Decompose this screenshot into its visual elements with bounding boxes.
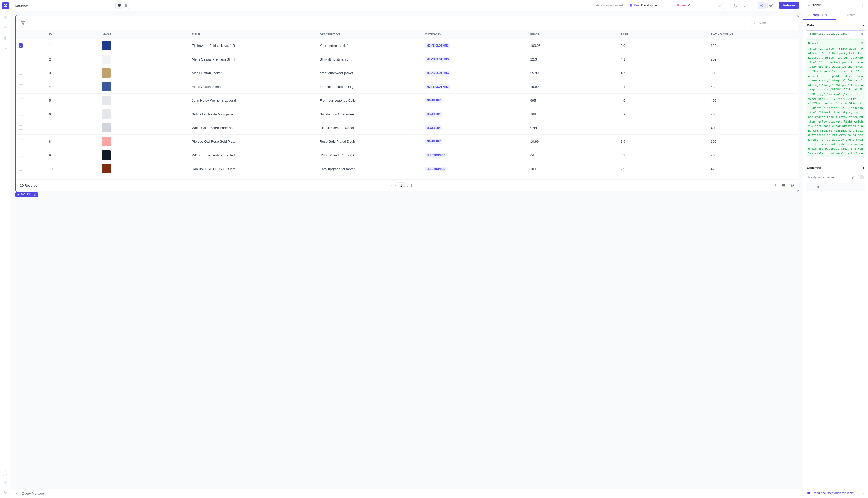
table-row[interactable]: 7White Gold Plated PrincessClassic Creat…: [16, 121, 798, 135]
page-next[interactable]: ›: [415, 184, 416, 187]
fx-icon[interactable]: fx: [852, 175, 855, 180]
table-row[interactable]: 9WD 2TB Elements Portable EUSB 3.0 and U…: [16, 148, 798, 162]
column-header[interactable]: PRICE: [527, 30, 618, 39]
pagination: « ‹ of 1 › »: [391, 182, 420, 188]
resize-handle[interactable]: [15, 15, 16, 16]
cursor-icon[interactable]: [3, 25, 8, 30]
table-row[interactable]: 6Solid Gold Petite MicropaveSatisfaction…: [16, 107, 798, 121]
column-header[interactable]: RATING COUNT: [708, 30, 798, 39]
cell-title: Mens Casual Slim Fit: [189, 80, 317, 94]
settings-icon[interactable]: [3, 46, 8, 51]
copy-icon[interactable]: ⧉: [861, 42, 863, 45]
column-header[interactable]: ID: [46, 30, 98, 39]
drag-handle-icon[interactable]: ⋮⋮: [808, 185, 815, 189]
visibility-button[interactable]: [790, 183, 794, 188]
pages-icon[interactable]: [3, 15, 8, 19]
cell-rate: 4.6: [618, 94, 708, 107]
back-button[interactable]: ←: [807, 3, 810, 7]
bug-icon[interactable]: [3, 36, 8, 40]
row-checkbox[interactable]: [19, 139, 23, 143]
dynamic-column-toggle[interactable]: [857, 175, 864, 180]
cell-price: 9.99: [527, 121, 618, 135]
chat-icon[interactable]: [3, 471, 8, 476]
fx-icon[interactable]: ⧉: [861, 32, 863, 36]
book-icon: [807, 491, 810, 495]
cell-count: 203: [708, 148, 798, 162]
table-row[interactable]: 4Mens Casual Slim FitThe color could be …: [16, 80, 798, 94]
column-header[interactable]: CATEGORY: [422, 30, 527, 39]
comment-icon[interactable]: [3, 481, 8, 485]
product-thumb: [101, 82, 111, 91]
resize-handle[interactable]: [797, 15, 799, 16]
undo-button[interactable]: [733, 3, 738, 8]
sync-button[interactable]: [717, 2, 724, 9]
category-badge: MEN'S CLOTHING: [425, 43, 450, 48]
share-button[interactable]: [758, 2, 766, 9]
row-checkbox[interactable]: [19, 70, 23, 75]
cell-count: 470: [708, 162, 798, 176]
column-item[interactable]: ⋮⋮ id: [806, 183, 865, 191]
table-row[interactable]: ✓1Fjallraven - Foldsack No. 1 BYour perf…: [16, 39, 798, 52]
add-row-button[interactable]: [773, 183, 777, 188]
tab-properties[interactable]: Properties: [803, 10, 836, 20]
redo-button[interactable]: [743, 3, 748, 8]
search-input[interactable]: [758, 21, 792, 25]
row-checkbox[interactable]: [19, 167, 23, 171]
row-checkbox[interactable]: ✓: [19, 43, 23, 48]
product-thumb: [101, 55, 111, 64]
row-checkbox[interactable]: [19, 57, 23, 61]
row-checkbox[interactable]: [19, 98, 23, 102]
section-data-header[interactable]: Data ▴: [803, 20, 868, 30]
resize-handle[interactable]: [15, 190, 16, 192]
version-dropdown[interactable]: ver v1 ⌄: [675, 3, 713, 8]
cell-title: Pierced Owl Rose Gold Plate: [189, 135, 317, 148]
app-logo[interactable]: [2, 2, 9, 9]
table-row[interactable]: 8Pierced Owl Rose Gold PlateRose Gold Pl…: [16, 135, 798, 148]
doc-link[interactable]: Read documentation for Table →: [803, 488, 868, 498]
page-prev[interactable]: ‹: [395, 184, 396, 187]
row-checkbox[interactable]: [19, 84, 23, 89]
moon-icon[interactable]: [3, 490, 8, 494]
table-row[interactable]: 5John Hardy Women's LegendFrom our Legen…: [16, 94, 798, 107]
row-checkbox[interactable]: [19, 153, 23, 157]
page-input[interactable]: [398, 182, 405, 188]
tab-styles[interactable]: Styles: [836, 10, 868, 20]
table-row[interactable]: 3Mens Cotton Jacketgreat outerwear jacke…: [16, 66, 798, 80]
expand-icon[interactable]: [15, 492, 18, 495]
row-checkbox[interactable]: [19, 112, 23, 116]
svg-point-11: [762, 6, 763, 7]
table-row[interactable]: 10SanDisk SSD PLUS 1TB InteEasy upgrade …: [16, 162, 798, 176]
query-manager-tab[interactable]: Query Manager: [22, 492, 45, 495]
table-widget[interactable]: TABLE1 | IDIMAGETITLEDESCRIPTIONCATEGORY…: [15, 15, 798, 191]
trash-icon[interactable]: [34, 193, 37, 196]
cell-price: 55.99: [527, 66, 618, 80]
product-thumb: [101, 150, 111, 160]
svg-point-9: [762, 4, 763, 5]
cell-desc: The color could be slig: [317, 80, 422, 94]
column-header[interactable]: RATE: [618, 30, 708, 39]
env-dropdown[interactable]: Env Development ⌄: [627, 2, 670, 9]
filter-button[interactable]: [19, 19, 27, 27]
cell-price: 168: [527, 107, 618, 121]
svg-point-14: [754, 22, 756, 24]
widget-tag[interactable]: TABLE1 |: [15, 192, 38, 197]
canvas[interactable]: TABLE1 | IDIMAGETITLEDESCRIPTIONCATEGORY…: [11, 11, 803, 489]
column-header[interactable]: DESCRIPTION: [317, 30, 422, 39]
main-area: baserow Changes saved Env Development ⌄ …: [11, 0, 803, 498]
column-header[interactable]: TITLE: [189, 30, 317, 39]
preview-button[interactable]: [767, 2, 775, 9]
page-last[interactable]: »: [418, 184, 419, 187]
more-button[interactable]: ⋮: [861, 3, 864, 7]
desktop-preview-button[interactable]: [116, 2, 122, 9]
table-row[interactable]: 2Mens Casual Premium Slim ISlim-fitting …: [16, 52, 798, 66]
cell-desc: From our Legends Colle: [317, 94, 422, 107]
resize-handle[interactable]: [797, 190, 799, 192]
download-button[interactable]: [782, 183, 786, 188]
row-checkbox[interactable]: [19, 126, 23, 130]
page-first[interactable]: «: [391, 184, 393, 187]
release-button[interactable]: Release: [779, 2, 799, 9]
mobile-preview-button[interactable]: [122, 2, 129, 9]
data-binding-input[interactable]: {{queries.restapi1.data}} ⧉: [806, 30, 865, 37]
column-header[interactable]: IMAGE: [98, 30, 189, 39]
section-columns-header[interactable]: Columns ▴: [803, 163, 868, 173]
